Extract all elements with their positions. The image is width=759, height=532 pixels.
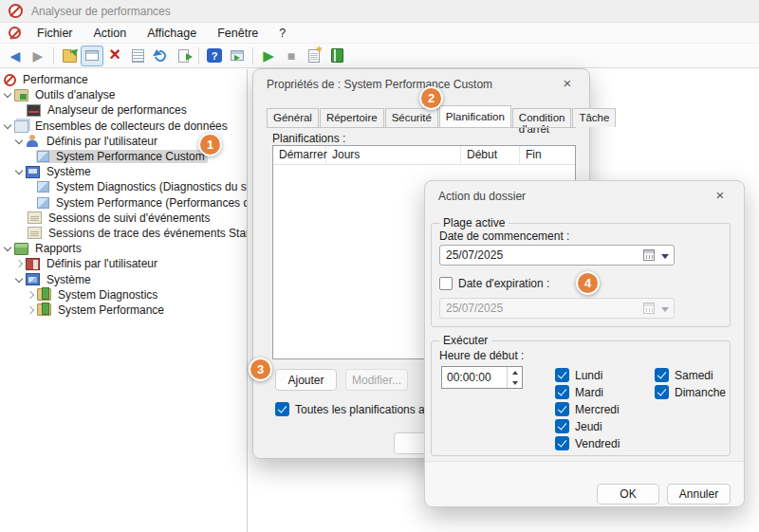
menu-fenetre[interactable]: Fenêtre — [207, 25, 268, 42]
spinner-up-icon[interactable] — [508, 367, 522, 377]
checkbox-checked-icon[interactable] — [555, 402, 569, 416]
event-trace-session-icon — [28, 227, 42, 239]
checkbox-checked-icon[interactable] — [275, 402, 289, 416]
checkbox-checked-icon[interactable] — [555, 436, 569, 450]
chevron-down-icon[interactable] — [2, 89, 13, 101]
folder-export-icon — [63, 52, 77, 63]
annuler-button[interactable]: Annuler — [667, 484, 731, 504]
close-icon[interactable]: × — [559, 75, 576, 91]
tree-item-ensembles-collecteurs[interactable]: Ensembles de collecteurs de données — [0, 119, 247, 134]
checkbox-checked-icon[interactable] — [555, 368, 569, 382]
tree-item-system-diagnostics[interactable]: System Diagnostics (Diagnostics du sy — [0, 179, 247, 194]
folder-action-dialog: Action du dossier × Plage active Date de… — [424, 180, 745, 507]
calendar-icon[interactable] — [643, 249, 655, 261]
tree-item-rapports-systeme[interactable]: Système — [0, 271, 247, 286]
close-icon[interactable]: × — [712, 187, 729, 203]
tree-item-system-performance[interactable]: System Performance (Performances du — [0, 195, 247, 211]
tree-item-outils-analyse[interactable]: Outils d'analyse — [0, 87, 247, 102]
tree-item-sessions-suivi[interactable]: Sessions de suivi d'événements — [0, 211, 247, 226]
column-jours[interactable]: Jours — [326, 146, 461, 164]
tab-securite[interactable]: Sécurité — [385, 108, 438, 127]
tree-item-systeme[interactable]: Système — [0, 164, 247, 179]
collector-set-icon — [37, 181, 49, 193]
ajouter-button[interactable]: Ajouter — [275, 369, 337, 391]
export-folder-button[interactable] — [58, 46, 81, 66]
tab-general[interactable]: Général — [267, 108, 319, 127]
checkbox-mercredi[interactable]: Mercredi — [555, 402, 620, 416]
green-book-icon — [331, 48, 343, 63]
chevron-down-icon[interactable] — [13, 166, 25, 177]
chevron-down-icon[interactable] — [661, 254, 669, 259]
tab-planification[interactable]: Planification — [439, 105, 511, 127]
properties-button[interactable] — [126, 46, 149, 66]
tab-repertoire[interactable]: Répertoire — [320, 108, 384, 127]
properties-tabs: Général Répertoire Sécurité Planificatio… — [267, 105, 576, 127]
checkbox-vendredi[interactable]: Vendredi — [555, 436, 620, 450]
tab-condition-arret[interactable]: Condition d'arrêt — [512, 108, 572, 127]
system-icon — [26, 166, 40, 178]
tree-item-rapports[interactable]: Rapports — [0, 241, 247, 256]
reports-icon — [14, 243, 28, 255]
checkbox-unchecked-icon[interactable] — [439, 277, 453, 290]
refresh-icon — [153, 47, 169, 64]
collector-book-button[interactable] — [325, 46, 348, 66]
delete-x-icon: × — [109, 45, 120, 64]
window-title: Analyseur de performances — [31, 5, 171, 18]
menu-fichier[interactable]: Fichier — [27, 25, 83, 42]
tree-item-sessions-startup[interactable]: Sessions de trace des événements Startup — [0, 226, 247, 241]
tree-item-report-system-performance[interactable]: System Performance — [0, 303, 247, 318]
tree-item-performance[interactable]: Performance — [0, 72, 247, 87]
refresh-button[interactable] — [149, 46, 172, 66]
menu-action[interactable]: Action — [83, 25, 138, 42]
show-window-button[interactable] — [226, 46, 249, 66]
toolbar-separator — [53, 47, 54, 64]
start-time-field[interactable]: 00:00:00 — [441, 366, 523, 389]
chevron-down-icon[interactable] — [13, 274, 25, 285]
start-collector-button[interactable]: ▶ — [257, 46, 280, 66]
chevron-right-icon[interactable] — [25, 289, 36, 301]
tree-item-analyseur[interactable]: Analyseur de performances — [0, 102, 247, 118]
toolbar-separator — [198, 47, 199, 64]
checkbox-dimanche[interactable]: Dimanche — [655, 385, 726, 399]
checkbox-jeudi[interactable]: Jeudi — [555, 419, 602, 433]
column-debut[interactable]: Début — [461, 146, 520, 164]
help-button[interactable]: ? — [203, 46, 226, 66]
chevron-right-icon[interactable] — [13, 258, 25, 269]
user-reports-icon — [26, 258, 40, 270]
stop-collector-button[interactable]: ■ — [280, 46, 303, 66]
chevron-down-icon — [661, 307, 669, 312]
tree-item-report-system-diagnostics[interactable]: System Diagnostics — [0, 287, 247, 303]
ok-button[interactable]: OK — [597, 484, 659, 504]
chevron-down-icon[interactable] — [13, 136, 25, 147]
view-button-selected[interactable] — [81, 46, 103, 66]
delete-button[interactable]: × — [103, 46, 126, 66]
export-page-icon — [178, 49, 189, 63]
checkbox-checked-icon[interactable] — [655, 385, 669, 399]
checkbox-checked-icon[interactable] — [655, 368, 669, 382]
menu-help[interactable]: ? — [268, 25, 296, 42]
checkbox-mardi[interactable]: Mardi — [555, 385, 603, 399]
checkbox-checked-icon[interactable] — [555, 419, 569, 433]
chevron-down-icon[interactable] — [2, 243, 13, 254]
chevron-down-icon[interactable] — [2, 120, 13, 132]
time-spinner[interactable] — [507, 367, 522, 388]
column-demarrer[interactable]: Démarrer — [273, 146, 326, 164]
checkbox-checked-icon[interactable] — [555, 385, 569, 399]
tree-item-rapports-definis[interactable]: Définis par l'utilisateur — [0, 256, 247, 271]
latest-report-button[interactable]: ★ — [303, 46, 325, 66]
checkbox-samedi[interactable]: Samedi — [655, 368, 713, 382]
start-date-field[interactable]: 25/07/2025 — [439, 245, 675, 266]
tab-tache[interactable]: Tâche — [572, 108, 616, 127]
back-button[interactable]: ◀ — [4, 46, 27, 66]
checkbox-lundi[interactable]: Lundi — [555, 368, 602, 382]
spinner-down-icon[interactable] — [508, 377, 522, 388]
modifier-button[interactable]: Modifier... — [345, 369, 408, 391]
forward-button[interactable]: ▶ — [27, 46, 49, 66]
column-fin[interactable]: Fin — [520, 146, 575, 164]
export-list-button[interactable] — [172, 46, 194, 66]
window-view-icon — [85, 50, 99, 61]
properties-dialog-title: Propriétés de : System Performance Custo… — [267, 78, 492, 91]
menu-affichage[interactable]: Affichage — [137, 25, 207, 42]
chevron-right-icon[interactable] — [25, 304, 36, 316]
expiration-checkbox-row[interactable]: Date d'expiration : — [439, 277, 549, 290]
